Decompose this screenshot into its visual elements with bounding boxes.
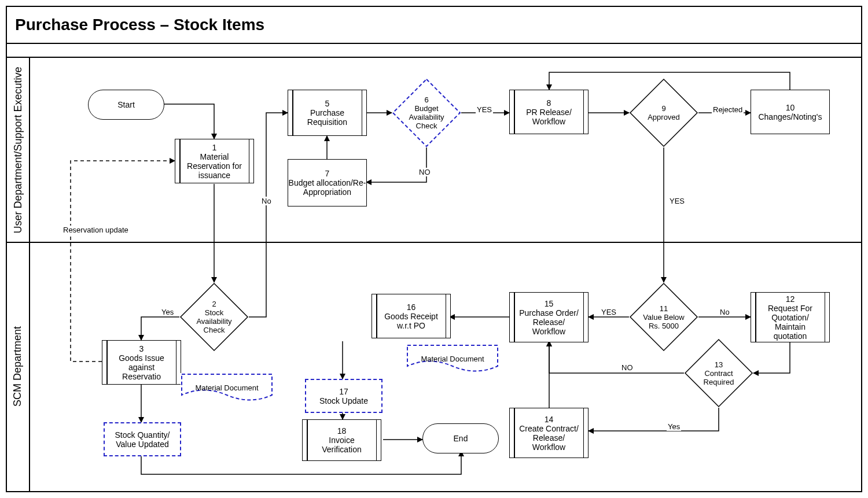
edge-yes-3: YES	[668, 197, 686, 205]
node-num: 3	[109, 344, 174, 353]
node-label: Goods Receipt w.r.t PO	[379, 312, 443, 330]
node-num: 14	[517, 415, 581, 424]
node-18-invoice-verification: 18 Invoice Verification	[302, 419, 381, 461]
node-num: 9	[638, 104, 690, 113]
node-num: 11	[638, 304, 690, 313]
node-label: Stock Update	[319, 396, 368, 405]
node-3-goods-issue: 3 Goods Issue against Reservatio	[102, 340, 181, 385]
node-end-label: End	[454, 434, 468, 443]
node-7-budget-allocation: 7 Budget allocation/Re-Appropriation	[288, 159, 367, 206]
diagram-frame: Purchase Process – Stock Items User Depa…	[6, 6, 862, 492]
node-label: Changes/Noting's	[758, 112, 822, 121]
edge-yes-5: Yes	[667, 422, 681, 431]
node-end: End	[422, 423, 499, 453]
node-15-purchase-order: 15 Purchase Order/ Release/ Workflow	[509, 292, 589, 342]
node-9-approved: 9 Approved	[629, 78, 698, 147]
node-num: 13	[693, 360, 745, 369]
node-num: 18	[310, 426, 374, 436]
node-num: 16	[379, 303, 443, 312]
node-start-label: Start	[117, 100, 135, 109]
node-label: Approved	[638, 113, 690, 121]
node-label: Stock Availability Check	[188, 308, 240, 334]
spacer-bar	[7, 44, 861, 58]
edge-yes-4: YES	[600, 308, 617, 316]
node-label: Material Reservation for issuance	[182, 152, 247, 180]
node-num: 5	[295, 99, 359, 108]
node-12-rfq: 12 Request For Quotation/ Maintain quota…	[751, 292, 830, 342]
node-num: 15	[517, 299, 581, 308]
node-num: 6	[400, 95, 453, 104]
node-2-stock-check: 2 Stock Availability Check	[179, 282, 249, 352]
node-material-document-1: Material Document	[181, 373, 273, 402]
node-13-contract-required: 13 Contract Required	[684, 338, 753, 408]
edge-yes-1: Yes	[160, 308, 175, 316]
edge-no-3: No	[719, 308, 731, 316]
edge-yes-2: YES	[476, 105, 493, 114]
lane-label-user: User Department/Support Executive	[12, 67, 24, 233]
lane-label-col: SCM Department	[7, 242, 30, 491]
node-label: Contract Required	[693, 369, 745, 386]
edge-no-1: No	[260, 197, 273, 205]
node-num: 2	[188, 300, 240, 308]
doc-label: Material Document	[421, 355, 484, 363]
edge-reservation-update: Reservation update	[62, 226, 130, 234]
node-num: 10	[758, 103, 822, 112]
node-1-material-reservation: 1 Material Reservation for issuance	[175, 139, 254, 183]
node-num: 8	[517, 98, 581, 108]
node-8-pr-release: 8 PR Release/ Workflow	[509, 90, 589, 134]
node-6-budget-check: 6 Budget Availability Check	[392, 78, 461, 147]
node-label: Purchase Order/ Release/ Workflow	[517, 308, 581, 336]
node-label: Purchase Requisition	[295, 108, 359, 127]
node-num: 7	[288, 169, 366, 178]
node-start: Start	[88, 90, 164, 120]
node-10-changes: 10 Changes/Noting's	[751, 90, 830, 134]
node-label: Invoice Verification	[310, 436, 374, 454]
lane-label-scm: SCM Department	[12, 326, 24, 407]
node-num: 17	[319, 387, 368, 396]
node-label: PR Release/ Workflow	[517, 108, 581, 126]
edge-rejected: Rejected	[712, 105, 744, 114]
node-17-stock-update: 17 Stock Update	[305, 379, 382, 413]
node-label: Stock Quantity/ Value Updated	[105, 430, 180, 449]
lane-label-col: User Department/Support Executive	[7, 58, 30, 242]
edge-no-2: NO	[418, 168, 432, 176]
node-label: Budget allocation/Re-Appropriation	[288, 178, 366, 197]
edge-no-4: NO	[620, 363, 634, 372]
node-stock-qty-updated: Stock Quantity/ Value Updated	[104, 422, 181, 456]
node-14-create-contract: 14 Create Contract/ Release/ Workflow	[509, 408, 589, 458]
node-material-document-2: Material Document	[406, 344, 499, 373]
node-label: Budget Availability Check	[400, 104, 453, 130]
node-5-purchase-requisition: 5 Purchase Requisition	[288, 90, 367, 136]
swimlanes: User Department/Support Executive SCM De…	[7, 58, 861, 490]
node-num: 12	[758, 294, 822, 304]
node-num: 1	[182, 143, 247, 152]
doc-label: Material Document	[195, 383, 258, 392]
node-label: Goods Issue against Reservatio	[109, 353, 174, 381]
node-label: Request For Quotation/ Maintain quotatio…	[758, 304, 822, 341]
node-16-goods-receipt: 16 Goods Receipt w.r.t PO	[372, 294, 451, 338]
node-label: Value Below Rs. 5000	[638, 313, 690, 330]
page-title: Purchase Process – Stock Items	[7, 7, 861, 44]
node-label: Create Contract/ Release/ Workflow	[517, 424, 581, 452]
